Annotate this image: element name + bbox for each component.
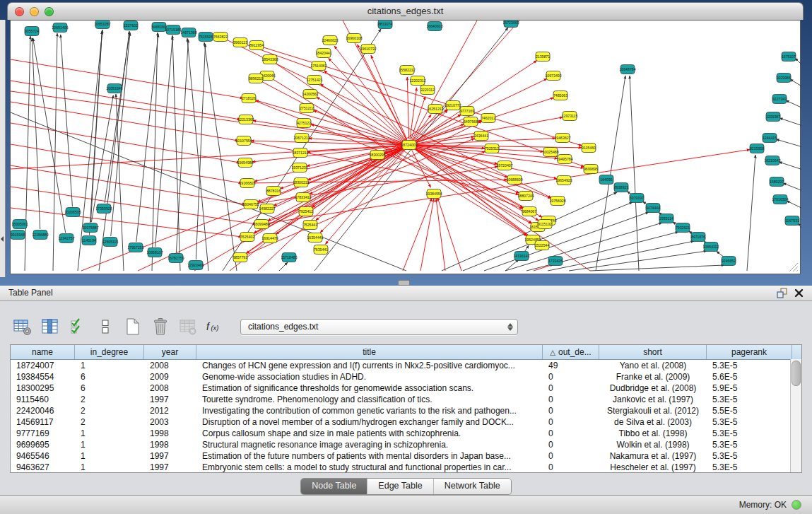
graph-node[interactable]: 18300295 xyxy=(369,151,385,160)
graph-edge[interactable] xyxy=(329,58,406,141)
citation-network-graph[interactable]: 9355724206914061065328715276026466160107… xyxy=(11,21,801,274)
graph-node[interactable]: 12973115 xyxy=(562,112,578,121)
graph-node[interactable]: 9699695 xyxy=(584,165,598,174)
graph-node[interactable]: 7525441 xyxy=(303,221,317,230)
graph-edge[interactable] xyxy=(204,42,237,271)
graph-node[interactable]: 6466160 xyxy=(152,23,166,32)
graph-node[interactable]: 12202312 xyxy=(409,76,425,86)
graph-node[interactable]: 7525312 xyxy=(485,144,499,153)
table-row[interactable]: 946554611997Estimation of the future num… xyxy=(11,450,801,462)
graph-node[interactable]: 4275122 xyxy=(297,119,311,128)
graph-node[interactable]: 8878316 xyxy=(266,187,281,196)
graph-node[interactable]: 16960108 xyxy=(346,34,362,43)
graph-node[interactable]: 16046755 xyxy=(242,200,259,209)
graph-edge[interactable] xyxy=(747,155,755,271)
table-row[interactable]: 977716911998Corpus callosum shape and si… xyxy=(11,428,801,439)
graph-edge[interactable] xyxy=(779,162,801,170)
graph-node[interactable]: 19463627 xyxy=(554,134,570,143)
graph-node[interactable]: 2935114 xyxy=(659,214,673,223)
graph-node[interactable]: 18807249 xyxy=(517,192,534,201)
graph-node[interactable]: 16782759 xyxy=(167,254,184,263)
graph-node[interactable]: 17833412 xyxy=(295,193,311,202)
graph-edge[interactable] xyxy=(32,38,40,229)
graph-node[interactable]: 1527602 xyxy=(124,21,138,30)
column-header-indegree[interactable]: in_degree xyxy=(75,345,144,359)
graph-node[interactable]: 5960123 xyxy=(233,38,247,47)
graph-node[interactable]: 16251212 xyxy=(427,105,443,114)
graph-edge[interactable] xyxy=(790,79,801,87)
vertical-scrollbar[interactable] xyxy=(790,359,801,472)
graph-node[interactable]: 16935061 xyxy=(11,220,28,229)
graph-node[interactable]: 1244415 xyxy=(763,134,777,143)
control-panel-collapsed-strip[interactable] xyxy=(0,20,6,277)
graph-node[interactable]: 16354441 xyxy=(307,233,323,243)
graph-node[interactable]: 2522544 xyxy=(535,241,549,250)
graph-edge[interactable] xyxy=(155,37,173,247)
column-header-pagerank[interactable]: pagerank xyxy=(707,345,792,359)
graph-node[interactable]: 12156889 xyxy=(32,230,48,240)
graph-node[interactable]: 12213369 xyxy=(237,115,254,124)
graph-edge[interactable] xyxy=(630,76,639,271)
graph-edge[interactable] xyxy=(11,112,406,271)
graph-node[interactable]: 7932621 xyxy=(676,223,690,233)
column-header-year[interactable]: year xyxy=(144,345,196,359)
graph-node[interactable]: 10107554 xyxy=(235,136,252,146)
graph-node[interactable]: 9227343 xyxy=(772,95,787,104)
graph-edge[interactable] xyxy=(436,199,445,271)
graph-node[interactable]: 8938923 xyxy=(614,183,628,192)
show-column-icon[interactable] xyxy=(40,317,60,337)
graph-edge[interactable] xyxy=(779,118,801,126)
graph-node[interactable]: 16640910 xyxy=(426,22,442,31)
table-row[interactable]: 1830029562008Estimation of significance … xyxy=(11,382,801,394)
select-rows-icon[interactable] xyxy=(68,317,88,337)
graph-node[interactable]: 16914479 xyxy=(261,234,278,243)
graph-edge[interactable] xyxy=(111,33,130,236)
graph-node[interactable]: 14982227 xyxy=(259,204,275,214)
network-canvas[interactable]: 9355724206914061065328715276026466160107… xyxy=(10,20,801,274)
graph-node[interactable]: 9777169 xyxy=(460,107,474,116)
graph-edge[interactable] xyxy=(25,36,30,271)
resize-grip[interactable] xyxy=(787,261,799,272)
graph-node[interactable]: 8215958 xyxy=(750,144,764,153)
graph-edge[interactable] xyxy=(437,197,461,271)
graph-node[interactable]: 6379197 xyxy=(630,194,644,203)
graph-edge[interactable] xyxy=(407,77,408,139)
graph-node[interactable]: 20691406 xyxy=(52,23,68,33)
graph-node[interactable]: 6497568 xyxy=(464,117,478,127)
graph-node[interactable]: 18420441 xyxy=(315,49,331,58)
graph-node[interactable]: 7515526 xyxy=(199,33,213,42)
table-row[interactable]: 911546021997Tourette syndrome. Phenomeno… xyxy=(11,394,801,405)
graph-node[interactable]: 12342757 xyxy=(58,234,74,243)
graph-node[interactable]: 12505115 xyxy=(102,238,119,247)
table-settings-icon[interactable] xyxy=(13,317,33,337)
table-row[interactable]: 1938455462009Genome-wide association stu… xyxy=(11,371,801,382)
function-builder-icon[interactable]: f (x) xyxy=(206,317,225,337)
graph-node[interactable]: 15723069 xyxy=(502,21,519,28)
graph-edge[interactable] xyxy=(33,38,66,233)
graph-edge[interactable] xyxy=(253,121,404,144)
graph-node[interactable]: 9896210 xyxy=(249,74,263,83)
graph-node[interactable]: 2139871 xyxy=(536,52,550,62)
new-table-icon[interactable] xyxy=(123,317,143,337)
graph-node[interactable]: 7462012 xyxy=(481,114,495,123)
rows-icon[interactable] xyxy=(95,317,115,337)
panel-collapse-arrow-icon[interactable] xyxy=(1,236,4,242)
graph-node[interactable]: 19654988 xyxy=(237,158,253,168)
graph-node[interactable]: 1575107 xyxy=(782,52,796,62)
graph-node[interactable]: 10688609 xyxy=(506,175,522,185)
graph-node[interactable]: 12751421 xyxy=(306,76,322,85)
graph-edge[interactable] xyxy=(176,40,188,252)
graph-node[interactable]: 2718126 xyxy=(242,94,256,103)
float-window-icon[interactable] xyxy=(777,288,788,299)
graph-node[interactable]: 9355724 xyxy=(25,27,39,36)
graph-edge[interactable] xyxy=(105,33,129,203)
graph-node[interactable]: 1145194 xyxy=(82,236,96,245)
graph-edge[interactable] xyxy=(187,38,208,271)
column-header-short[interactable]: short xyxy=(599,345,707,359)
close-icon[interactable] xyxy=(794,288,804,298)
graph-edge[interactable] xyxy=(11,144,242,183)
graph-node[interactable]: 10653287 xyxy=(94,21,110,29)
graph-node[interactable]: 20053346 xyxy=(106,84,122,93)
graph-node[interactable]: 9245652 xyxy=(722,257,736,266)
graph-node[interactable]: 19720407 xyxy=(496,161,512,170)
